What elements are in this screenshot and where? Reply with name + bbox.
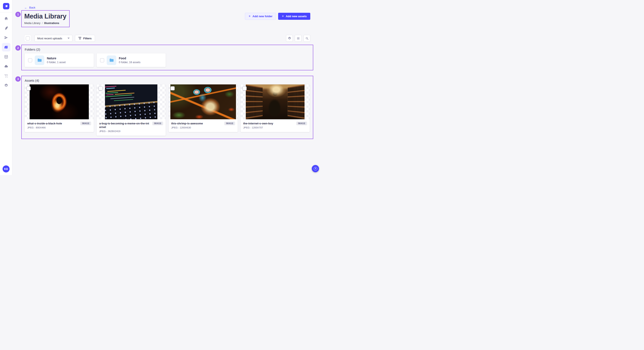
folder-card-food[interactable]: Food 0 folder, 16 assets: [97, 53, 166, 67]
breadcrumb: Media Library / Illustrations: [24, 22, 66, 25]
folder-meta: 0 folder, 16 assets: [119, 61, 140, 64]
sort-dropdown-value: Most recent uploads: [37, 37, 62, 40]
asset-type-badge: IMAGE: [80, 122, 91, 125]
sort-dropdown[interactable]: Most recent uploads: [34, 35, 72, 42]
user-avatar[interactable]: KD: [2, 166, 10, 173]
chevron-down-icon: [68, 38, 70, 39]
section-divider: [24, 72, 310, 72]
folder-checkbox[interactable]: [28, 58, 32, 62]
page-title: Media Library: [24, 12, 66, 20]
annotation-box-2: 2 Folders (2) Nature 0 folder, 1 asset: [21, 45, 313, 70]
annotation-box-3: 3 Assets (4) what-s-inside-a-black-hole …: [21, 76, 313, 139]
home-icon: [4, 16, 8, 21]
sidebar-item-deploy[interactable]: [2, 62, 10, 71]
asset-meta: JPEG - 1200X707: [243, 126, 273, 129]
folder-list: Nature 0 folder, 1 asset Food 0 folder, …: [25, 53, 310, 67]
asset-name: what-s-inside-a-black-hole: [27, 122, 62, 125]
add-new-assets-button[interactable]: + Add new assets: [278, 13, 310, 20]
asset-meta: JPEG - 3628X2419: [99, 130, 150, 133]
filters-label: Filters: [83, 37, 92, 40]
annotation-step-2: 2: [15, 45, 21, 51]
sidebar-item-releases[interactable]: [2, 33, 10, 42]
sidebar-item-content-type-builder[interactable]: [2, 52, 10, 61]
asset-card-bug-meme[interactable]: a-bug-is-becoming-a-meme-on-the-internet…: [97, 84, 166, 136]
asset-list: what-s-inside-a-black-hole JPEG - 800X46…: [25, 84, 310, 136]
asset-type-badge: IMAGE: [152, 122, 163, 125]
add-new-assets-label: Add new assets: [286, 15, 307, 18]
asset-checkbox[interactable]: [170, 86, 175, 90]
mantis-shrimp-image: [170, 84, 236, 119]
folder-name: Nature: [47, 57, 66, 60]
sidebar-item-home[interactable]: [2, 14, 10, 23]
asset-thumbnail: [169, 84, 238, 119]
select-all-container: [24, 35, 31, 42]
asset-card-internets-own-boy[interactable]: the-internet-s-own-boy JPEG - 1200X707 I…: [241, 84, 310, 132]
settings-button[interactable]: [286, 35, 293, 42]
breadcrumb-parent[interactable]: Media Library: [24, 22, 40, 25]
bookshelf-left: [246, 84, 262, 119]
paper-plane-icon: [4, 35, 8, 40]
list-view-button[interactable]: [295, 35, 302, 42]
folder-name: Food: [119, 57, 140, 60]
annotation-box-1: 1 Media Library Media Library / Illustra…: [21, 10, 70, 27]
folders-heading: Folders (2): [25, 48, 310, 51]
add-new-folder-label: Add new folder: [252, 15, 272, 18]
sidebar-item-marketplace[interactable]: [2, 72, 10, 80]
folder-icon-container: [35, 55, 44, 65]
strapi-logo-icon: [4, 4, 8, 8]
media-library-page: { "annotations": ["1", "2", "3"], "heade…: [0, 0, 322, 175]
folder-icon-container: [107, 55, 116, 65]
folder-card-nature[interactable]: Nature 0 folder, 1 asset: [25, 53, 94, 67]
search-icon: [305, 37, 309, 40]
search-button[interactable]: [304, 35, 310, 42]
asset-thumbnail: [97, 84, 166, 119]
asset-type-badge: IMAGE: [224, 122, 235, 125]
folder-meta: 0 folder, 1 asset: [47, 61, 66, 64]
asset-card-shrimp[interactable]: this-shrimp-is-awesome JPEG - 1200X630 I…: [169, 84, 238, 132]
laptop-code-image: [105, 84, 158, 119]
sidebar-item-content-manager[interactable]: [2, 24, 10, 32]
help-button[interactable]: ?: [312, 165, 319, 172]
asset-checkbox[interactable]: [26, 86, 31, 90]
gear-icon: [4, 83, 8, 88]
select-all-checkbox[interactable]: [26, 36, 30, 40]
back-label: Back: [29, 6, 35, 9]
folder-checkbox[interactable]: [100, 58, 104, 62]
asset-meta: JPEG - 800X466: [27, 126, 62, 129]
folder-texts: Food 0 folder, 16 assets: [119, 57, 140, 64]
bookshelf-right: [288, 84, 304, 119]
asset-meta: JPEG - 1200X630: [171, 126, 203, 129]
breadcrumb-separator: /: [42, 22, 42, 25]
back-arrow-icon: ←: [24, 6, 28, 9]
asset-checkbox[interactable]: [242, 86, 246, 90]
asset-name: the-internet-s-own-boy: [243, 122, 273, 125]
annotation-step-1: 1: [15, 12, 21, 17]
main-content: ← Back 1 Media Library Media Library / I…: [12, 0, 322, 175]
strapi-logo[interactable]: [3, 3, 9, 9]
plus-icon: +: [282, 14, 284, 18]
folder-icon: [37, 58, 42, 62]
cart-icon: [4, 74, 8, 78]
back-link[interactable]: ← Back: [24, 6, 35, 9]
asset-checkbox[interactable]: [98, 86, 103, 90]
asset-info: this-shrimp-is-awesome JPEG - 1200X630 I…: [169, 119, 238, 132]
gear-icon: [288, 37, 291, 40]
asset-card-black-hole[interactable]: what-s-inside-a-black-hole JPEG - 800X46…: [25, 84, 94, 132]
sidebar-item-media-library[interactable]: [2, 43, 10, 51]
asset-name: this-shrimp-is-awesome: [171, 122, 203, 125]
asset-info: a-bug-is-becoming-a-meme-on-the-internet…: [97, 119, 166, 136]
filter-icon: [78, 37, 81, 39]
sidebar: KD: [0, 0, 12, 175]
folder-texts: Nature 0 folder, 1 asset: [47, 57, 66, 64]
folder-icon: [109, 58, 114, 62]
sidebar-item-settings[interactable]: [2, 81, 10, 90]
header-actions: + Add new folder + Add new assets: [245, 13, 310, 20]
asset-info: what-s-inside-a-black-hole JPEG - 800X46…: [25, 119, 94, 132]
black-hole-image: [30, 84, 89, 119]
add-new-folder-button[interactable]: + Add new folder: [245, 13, 276, 20]
list-icon: [296, 37, 300, 40]
page-header: 1 Media Library Media Library / Illustra…: [24, 10, 310, 28]
breadcrumb-current: Illustrations: [44, 22, 59, 25]
asset-name: a-bug-is-becoming-a-meme-on-the-internet: [99, 122, 150, 129]
filters-button[interactable]: Filters: [75, 35, 95, 42]
